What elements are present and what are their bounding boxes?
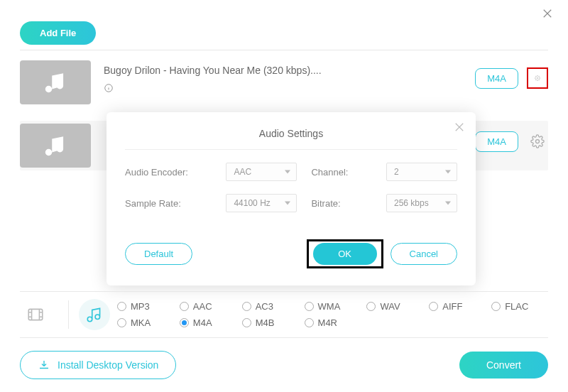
format-option-wav[interactable]: WAV xyxy=(366,301,423,312)
ok-button[interactable]: OK xyxy=(313,243,377,265)
format-picker: MP3AACAC3WMAWAVAIFFFLACMKAM4AM4BM4R xyxy=(20,291,548,338)
format-label: MKA xyxy=(131,317,151,328)
format-option-aiff[interactable]: AIFF xyxy=(429,301,486,312)
radio-icon xyxy=(117,302,126,311)
radio-icon xyxy=(180,318,189,327)
default-button[interactable]: Default xyxy=(125,243,192,265)
radio-icon xyxy=(242,302,251,311)
file-row: Bugoy Drilon - Having You Near Me (320 k… xyxy=(20,60,548,104)
format-badge[interactable]: M4A xyxy=(475,68,518,89)
settings-gear-icon[interactable] xyxy=(527,131,548,152)
install-label: Install Desktop Version xyxy=(58,359,158,371)
encoder-select[interactable]: AAC xyxy=(226,163,297,181)
format-option-m4r[interactable]: M4R xyxy=(305,317,361,328)
format-label: M4R xyxy=(318,317,337,328)
format-badge[interactable]: M4A xyxy=(475,131,518,152)
format-label: AIFF xyxy=(442,301,462,312)
convert-button[interactable]: Convert xyxy=(459,352,548,379)
file-thumbnail xyxy=(20,60,91,104)
encoder-label: Audio Encoder: xyxy=(125,167,212,178)
audio-mode-icon[interactable] xyxy=(79,299,110,330)
format-label: MP3 xyxy=(131,301,150,312)
radio-icon xyxy=(366,302,376,311)
radio-icon xyxy=(491,302,501,311)
bitrate-label: Bitrate: xyxy=(311,198,372,209)
add-file-button[interactable]: Add File xyxy=(20,21,96,45)
sample-rate-select[interactable]: 44100 Hz xyxy=(226,194,297,212)
radio-icon xyxy=(180,302,189,311)
modal-title: Audio Settings xyxy=(125,124,457,149)
radio-icon xyxy=(242,318,251,327)
window-close-icon[interactable] xyxy=(541,7,554,23)
info-icon[interactable] xyxy=(104,83,114,96)
channel-select[interactable]: 2 xyxy=(386,163,457,181)
file-title: Bugoy Drilon - Having You Near Me (320 k… xyxy=(104,65,475,76)
radio-icon xyxy=(305,318,314,327)
format-option-m4a[interactable]: M4A xyxy=(180,317,236,328)
cancel-button[interactable]: Cancel xyxy=(390,243,457,265)
format-label: AAC xyxy=(193,301,212,312)
format-option-mp3[interactable]: MP3 xyxy=(117,301,174,312)
format-option-m4b[interactable]: M4B xyxy=(242,317,299,328)
svg-point-2 xyxy=(536,140,540,143)
format-label: M4B xyxy=(256,317,275,328)
file-thumbnail xyxy=(20,124,91,168)
radio-icon xyxy=(117,318,126,327)
divider xyxy=(20,50,548,50)
format-label: WMA xyxy=(318,301,341,312)
format-label: FLAC xyxy=(505,301,528,312)
svg-rect-3 xyxy=(28,309,43,320)
audio-settings-modal: Audio Settings Audio Encoder: AAC Channe… xyxy=(106,112,476,285)
format-option-wma[interactable]: WMA xyxy=(305,301,361,312)
format-label: WAV xyxy=(380,301,400,312)
bitrate-select[interactable]: 256 kbps xyxy=(386,194,457,212)
footer: Install Desktop Version Convert xyxy=(20,351,548,379)
radio-icon xyxy=(305,302,314,311)
format-option-ac3[interactable]: AC3 xyxy=(242,301,299,312)
settings-gear-icon[interactable] xyxy=(527,67,548,89)
video-mode-icon[interactable] xyxy=(20,299,51,330)
modal-close-icon[interactable] xyxy=(453,121,466,136)
format-option-flac[interactable]: FLAC xyxy=(491,301,548,312)
format-label: AC3 xyxy=(256,301,273,312)
channel-label: Channel: xyxy=(311,167,372,178)
divider xyxy=(68,300,69,329)
svg-point-1 xyxy=(537,77,538,79)
divider xyxy=(125,149,457,150)
format-option-mka[interactable]: MKA xyxy=(117,317,174,328)
install-desktop-button[interactable]: Install Desktop Version xyxy=(20,351,176,379)
radio-icon xyxy=(429,302,438,311)
format-option-aac[interactable]: AAC xyxy=(180,301,236,312)
ok-highlight: OK xyxy=(307,239,383,268)
sample-rate-label: Sample Rate: xyxy=(125,198,212,209)
format-label: M4A xyxy=(193,317,212,328)
